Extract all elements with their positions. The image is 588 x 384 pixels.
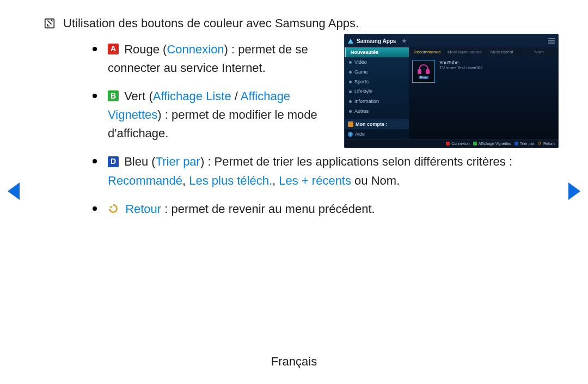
tab-most-recent[interactable]: Most recent xyxy=(483,47,521,57)
sidebar-item-label: Information xyxy=(354,99,379,104)
green-sep: / xyxy=(231,89,241,103)
nav-next-icon[interactable] xyxy=(568,182,580,200)
dot-icon xyxy=(349,90,352,93)
red-link: Connexion xyxy=(167,42,224,56)
c1: , xyxy=(182,174,189,187)
app-name: YouTube xyxy=(439,60,482,65)
crit3: Les + récents xyxy=(279,174,351,187)
dot-icon xyxy=(349,110,352,113)
apps-main: Recommandé Most downloaded Most recent N… xyxy=(409,47,558,139)
dot-icon xyxy=(349,61,352,64)
dot-icon xyxy=(349,71,352,74)
green-link1: Affichage Liste xyxy=(153,89,231,103)
blue-square-icon xyxy=(514,142,518,145)
footer-key-label: Return xyxy=(543,142,555,145)
app-tile[interactable]: Free xyxy=(412,60,435,83)
sidebar-item-autres[interactable]: Autres xyxy=(345,106,409,116)
account-label: Mon compte : xyxy=(356,121,388,127)
green-square-icon xyxy=(473,142,477,145)
sidebar-item-sports[interactable]: Sports xyxy=(345,77,409,87)
tab-recommande[interactable]: Recommandé xyxy=(409,47,446,57)
note-text: Utilisation des boutons de couleur avec … xyxy=(63,16,359,31)
footer-key-label: Trier par xyxy=(520,142,534,145)
footer-key-label: Connexion xyxy=(451,142,469,145)
help-label: Aide xyxy=(355,131,365,137)
bullet-dot xyxy=(93,47,97,51)
sidebar-help[interactable]: ?Aide xyxy=(345,129,409,139)
footer-key-b: Affichage Vignettes xyxy=(473,142,511,145)
footer-key-a: Connexion xyxy=(446,142,469,145)
crit1: Recommandé xyxy=(108,174,182,187)
svg-rect-0 xyxy=(45,19,54,28)
bullet-return: Retour : permet de revenir au menu précé… xyxy=(93,200,544,218)
sidebar-item-video[interactable]: Vidéo xyxy=(345,57,409,67)
sidebar-item-nouveautes[interactable]: Nouveautés xyxy=(345,47,409,57)
return-rest: : permet de revenir au menu précédent. xyxy=(161,202,375,216)
apps-footer: Connexion Affichage Vignettes Trier par … xyxy=(345,139,558,148)
red-square-icon xyxy=(446,142,450,145)
crit2: Les plus téléch. xyxy=(189,174,272,187)
bullet-dot xyxy=(93,206,97,211)
green-color-word: Vert xyxy=(124,89,145,103)
sidebar-item-information[interactable]: Information xyxy=(345,96,409,106)
blue-link: Trier par xyxy=(156,155,200,168)
sidebar-item-label: Nouveautés xyxy=(351,50,378,55)
note-line: Utilisation des boutons de couleur avec … xyxy=(44,16,544,31)
nav-prev-icon[interactable] xyxy=(8,182,20,200)
badge-d-icon: D xyxy=(108,156,119,167)
bullet-blue: D Bleu (Trier par) : Permet de trier les… xyxy=(93,153,544,190)
sidebar-item-label: Vidéo xyxy=(354,59,367,65)
favorite-star-icon[interactable]: ★ xyxy=(401,37,407,45)
tab-most-downloaded[interactable]: Most downloaded xyxy=(446,47,484,57)
sidebar-item-label: Sports xyxy=(354,79,369,84)
sidebar-item-lifestyle[interactable]: Lifestyle xyxy=(345,87,409,96)
dot-icon xyxy=(349,100,352,103)
bullet-dot xyxy=(93,94,97,98)
footer-key-label: Affichage Vignettes xyxy=(479,142,511,145)
c2: , xyxy=(272,174,279,187)
user-icon xyxy=(348,121,353,127)
footer-key-return: ↺Return xyxy=(537,141,555,146)
tab-nom[interactable]: Nom xyxy=(521,47,559,57)
headphones-icon xyxy=(418,64,430,74)
return-link: Retour xyxy=(125,202,161,216)
footer-key-d: Trier par xyxy=(514,142,534,145)
apps-logo-icon xyxy=(348,39,353,44)
bullet-dot xyxy=(93,159,97,163)
sidebar-item-label: Autres xyxy=(354,108,369,114)
badge-a-icon: A xyxy=(108,44,119,54)
dot-icon xyxy=(349,81,352,83)
menu-icon[interactable] xyxy=(548,38,555,44)
note-icon xyxy=(44,17,56,29)
sidebar-account[interactable]: Mon compte : xyxy=(345,119,409,129)
page-footer: Français xyxy=(0,355,588,369)
samsung-apps-window: Samsung Apps ★ Nouveautés Vidéo Game Spo… xyxy=(344,34,559,148)
blue-mid: : Permet de trier les applications selon… xyxy=(204,155,512,168)
return-small-icon: ↺ xyxy=(537,141,542,146)
price-tag: Free xyxy=(419,76,428,79)
return-icon xyxy=(108,203,119,214)
sidebar-item-label: Game xyxy=(354,69,368,75)
apps-header: Samsung Apps ★ xyxy=(345,34,558,47)
sidebar-item-label: Lifestyle xyxy=(354,89,372,94)
app-subtitle: TV store Test User002 xyxy=(439,65,482,70)
apps-title: Samsung Apps xyxy=(357,38,396,44)
badge-b-icon: B xyxy=(108,90,119,101)
blue-color-word: Bleu xyxy=(124,155,148,168)
red-color-word: Rouge xyxy=(124,42,160,56)
help-icon: ? xyxy=(348,132,353,137)
sidebar: Nouveautés Vidéo Game Sports Lifestyle I… xyxy=(345,47,409,139)
app-info: YouTube TV store Test User002 xyxy=(439,60,482,70)
tabs: Recommandé Most downloaded Most recent N… xyxy=(409,47,558,57)
blue-tail: ou Nom. xyxy=(351,174,400,187)
sidebar-item-game[interactable]: Game xyxy=(345,67,409,77)
